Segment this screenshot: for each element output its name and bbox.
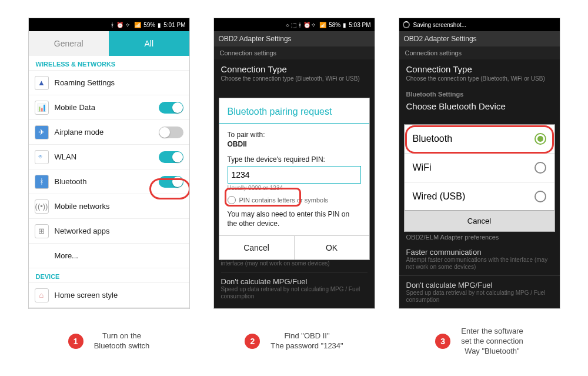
- setting-mobile-data[interactable]: 📊 Mobile Data: [29, 95, 189, 120]
- time-text: 5:03 PM: [349, 22, 370, 28]
- obd-title: OBD2 Adapter Settings: [214, 31, 375, 46]
- caption-3: 3 Enter the software set the connection …: [399, 327, 560, 357]
- icons: ◇ ⬚ ᚼ ⏰ ᯤ 📶: [286, 22, 326, 28]
- wireless-header: WIRELESS & NETWORKS: [29, 56, 189, 71]
- tab-general[interactable]: General: [29, 31, 109, 56]
- setting-networked-apps[interactable]: ⊞ Networked apps: [29, 219, 189, 244]
- choose-device-label: Choose Bluetooth Device: [399, 99, 560, 116]
- radio-wired[interactable]: Wired (USB): [405, 182, 554, 211]
- status-bar-saving: Saving screenshot...: [399, 18, 560, 31]
- pin-hint: Usually 0000 or 1234: [228, 185, 361, 191]
- faster-comm-setting[interactable]: Faster communication Attempt faster comm…: [399, 243, 560, 275]
- mpg-setting[interactable]: Don't calculate MPG/Fuel Speed up data r…: [399, 275, 560, 308]
- airplane-icon: ✈: [35, 125, 49, 139]
- setting-wlan[interactable]: ᯤ WLAN: [29, 145, 189, 169]
- radio-label: Wired (USB): [413, 191, 466, 202]
- netapps-icon: ⊞: [35, 224, 49, 238]
- pair-device-name: OBDII: [228, 140, 361, 148]
- setting-homescreen[interactable]: ⌂ Home screen style: [29, 283, 189, 308]
- setting-label: Mobile networks: [55, 202, 183, 211]
- bluetooth-icon: ᚼ: [35, 175, 49, 189]
- roaming-icon: ▲: [35, 76, 49, 90]
- device-header: DEVICE: [29, 268, 189, 283]
- caption-text: Find "OBD II" The password "1234": [270, 331, 343, 351]
- setting-sound[interactable]: 🔊 Sound: [29, 308, 189, 309]
- pair-with-label: To pair with:: [228, 131, 361, 139]
- setting-label: Networked apps: [55, 227, 183, 235]
- time-text: 5:01 PM: [163, 22, 185, 28]
- battery-icon: ▮: [343, 22, 346, 28]
- setting-airplane[interactable]: ✈ Airplane mode: [29, 120, 189, 145]
- status-bar: ◇ ⬚ ᚼ ⏰ ᯤ 📶 58% ▮ 5:03 PM: [214, 18, 375, 31]
- connection-type-block[interactable]: Connection Type Choose the connection ty…: [399, 59, 560, 87]
- caption-text: Enter the software set the connection Wa…: [461, 327, 523, 357]
- dialog-ok-button[interactable]: OK: [295, 236, 369, 259]
- bluetooth-pairing-dialog: Bluetooth pairing request To pair with: …: [219, 98, 370, 260]
- obd-title: OBD2 Adapter Settings: [399, 31, 560, 46]
- dialog-title: Bluetooth pairing request: [219, 98, 369, 124]
- radio-wifi[interactable]: WiFi: [405, 154, 554, 182]
- mpg-setting[interactable]: Don't calculate MPG/Fuel Speed up data r…: [221, 272, 368, 305]
- pin-input[interactable]: [228, 166, 361, 184]
- step-badge-1: 1: [68, 334, 83, 349]
- pin-checkbox-row[interactable]: PIN contains letters or symbols: [228, 196, 361, 204]
- setting-label: Home screen style: [55, 291, 183, 300]
- saving-text: Saving screenshot...: [413, 22, 467, 28]
- mobiledata-toggle[interactable]: [159, 102, 183, 114]
- obd-subtitle: Connection settings: [399, 46, 560, 59]
- conn-desc: Choose the connection type (Bluetooth, W…: [406, 75, 553, 82]
- spinner-icon: [403, 21, 410, 28]
- obd-pref-label: OBD2/ELM Adapter preferences: [399, 231, 560, 243]
- setting-bluetooth[interactable]: ᚼ Bluetooth: [29, 169, 189, 194]
- homescreen-icon: ⌂: [35, 288, 49, 302]
- caption-text: Turn on the Bluetooth switch: [94, 331, 150, 351]
- bluetooth-icon: ᚼ: [111, 22, 114, 28]
- wlan-toggle[interactable]: [159, 151, 183, 163]
- setting-label: Bluetooth: [55, 177, 153, 186]
- tab-all[interactable]: All: [109, 31, 189, 56]
- wifi-icon: ᯤ: [35, 150, 49, 164]
- battery-text: 59%: [143, 22, 155, 28]
- spacer: [35, 249, 49, 263]
- radio-bluetooth[interactable]: Bluetooth: [405, 125, 554, 154]
- conn-desc: Choose the connection type (Bluetooth, W…: [221, 75, 368, 82]
- battery-icon: ▮: [158, 22, 161, 28]
- setting-label: WLAN: [55, 152, 153, 161]
- radio-icon[interactable]: [534, 191, 546, 202]
- dialog-cancel-button[interactable]: Cancel: [404, 210, 555, 232]
- status-bar: ᚼ ⏰ ᯤ 📶 59% ▮ 5:01 PM: [29, 18, 189, 31]
- signal-icon: 📶: [134, 22, 141, 28]
- connection-type-dialog: Bluetooth WiFi Wired (USB) Cancel: [404, 124, 555, 232]
- caption-1: 1 Turn on the Bluetooth switch: [28, 327, 190, 357]
- screenshot-3-connection-type: Saving screenshot... OBD2 Adapter Settin…: [399, 18, 560, 309]
- obd-subtitle: Connection settings: [214, 46, 375, 59]
- setting-label: Airplane mode: [55, 128, 153, 137]
- caption-2: 2 Find "OBD II" The password "1234": [213, 327, 375, 357]
- radio-icon[interactable]: [534, 133, 546, 145]
- mobilenet-icon: ((•)): [35, 199, 49, 214]
- checkbox-label: PIN contains letters or symbols: [239, 197, 329, 204]
- connection-type-block[interactable]: Connection Type Choose the connection ty…: [214, 59, 375, 87]
- dialog-note: You may also need to enter this PIN on t…: [228, 210, 361, 228]
- bluetooth-toggle[interactable]: [159, 176, 183, 188]
- battery-text: 58%: [329, 22, 340, 28]
- step-badge-3: 3: [435, 334, 450, 349]
- bt-settings-header: Bluetooth Settings: [399, 87, 560, 99]
- setting-more[interactable]: More...: [29, 244, 189, 268]
- step-badge-2: 2: [245, 334, 260, 349]
- setting-roaming[interactable]: ▲ Roaming Settings: [29, 71, 189, 95]
- setting-mobile-networks[interactable]: ((•)) Mobile networks: [29, 194, 189, 219]
- setting-label: More...: [55, 251, 183, 260]
- pin-prompt: Type the device's required PIN:: [228, 155, 361, 164]
- radio-label: WiFi: [413, 162, 432, 173]
- radio-icon[interactable]: [534, 162, 546, 174]
- checkbox-icon[interactable]: [228, 196, 236, 204]
- conn-title: Connection Type: [221, 64, 368, 74]
- screenshot-1-settings: ᚼ ⏰ ᯤ 📶 59% ▮ 5:01 PM General All WIRELE…: [28, 18, 190, 309]
- alarm-icon: ⏰: [116, 22, 123, 28]
- airplane-toggle[interactable]: [159, 127, 183, 138]
- conn-title: Connection Type: [406, 64, 553, 74]
- screenshot-2-pairing: ◇ ⬚ ᚼ ⏰ ᯤ 📶 58% ▮ 5:03 PM OBD2 Adapter S…: [213, 18, 375, 309]
- dialog-cancel-button[interactable]: Cancel: [219, 236, 295, 259]
- radio-label: Bluetooth: [413, 134, 453, 144]
